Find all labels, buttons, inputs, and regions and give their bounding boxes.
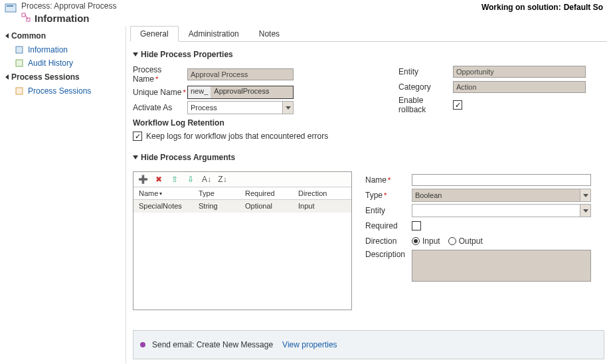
unique-name-value: ApprovalProcess — [211, 86, 293, 98]
col-name-header[interactable]: Name▾ — [133, 187, 193, 199]
argument-row[interactable]: SpecialNotes String Optional Input — [133, 200, 351, 213]
label-workflow-log-retention: Workflow Log Retention — [133, 118, 345, 128]
checkbox-arg-required[interactable] — [412, 221, 421, 230]
radio-label-input: Input — [422, 236, 440, 246]
step-text: Send email: Create New Message — [152, 340, 273, 349]
label-arg-type: Type* — [365, 191, 412, 200]
process-icon — [4, 1, 17, 15]
sidebar-section-process-sessions[interactable]: Process Sessions — [0, 70, 126, 84]
svg-rect-2 — [22, 13, 25, 17]
checkbox-keep-logs[interactable] — [133, 132, 142, 141]
step-view-properties-link[interactable]: View properties — [282, 340, 337, 349]
label-arg-required: Required — [365, 221, 412, 230]
field-process-name[interactable]: Approval Process — [187, 68, 294, 80]
tab-general[interactable]: General — [130, 26, 179, 42]
arguments-grid-header: Name▾ Type Required Direction — [133, 187, 351, 200]
section-process-arguments[interactable]: Hide Process Arguments — [133, 151, 604, 166]
dropdown-icon — [282, 102, 293, 114]
label-activate-as: Activate As — [133, 103, 187, 112]
step-bullet-icon — [140, 342, 145, 347]
tab-administration[interactable]: Administration — [179, 26, 249, 42]
process-breadcrumb: Process: Approval Process — [21, 1, 116, 12]
sidebar: Common Information Audit History Process… — [0, 26, 126, 363]
label-category: Category — [398, 82, 453, 92]
sidebar-item-audit-history[interactable]: Audit History — [0, 56, 126, 70]
label-unique-name: Unique Name* — [133, 88, 187, 97]
move-down-button[interactable]: ⇩ — [185, 174, 196, 185]
tab-notes[interactable]: Notes — [249, 26, 290, 42]
col-type-header[interactable]: Type — [193, 187, 240, 199]
solution-info: Working on solution: Default So — [481, 1, 603, 12]
sidebar-section-common[interactable]: Common — [0, 29, 126, 43]
delete-argument-button[interactable]: ✖ — [153, 174, 164, 185]
unique-name-prefix: new_ — [188, 86, 211, 98]
dropdown-icon — [580, 189, 590, 201]
field-unique-name[interactable]: new_ ApprovalProcess — [187, 86, 294, 99]
add-argument-button[interactable]: ➕ — [137, 174, 148, 185]
audit-icon — [15, 58, 24, 68]
svg-rect-5 — [16, 46, 23, 53]
window-header: Process: Approval Process Information Wo… — [0, 0, 607, 26]
svg-rect-7 — [16, 88, 23, 94]
dropdown-icon — [580, 205, 590, 217]
arguments-grid: ➕ ✖ ⇧ ⇩ A↓ Z↓ Name▾ Type Required Direct… — [133, 171, 352, 310]
col-required-header[interactable]: Required — [240, 187, 293, 199]
label-entity: Entity — [398, 67, 453, 76]
sidebar-item-information[interactable]: Information — [0, 43, 126, 56]
radio-direction-output[interactable] — [448, 237, 456, 245]
field-entity: Opportunity — [453, 66, 586, 78]
col-direction-header[interactable]: Direction — [293, 187, 339, 199]
label-enable-rollback: Enable rollback — [398, 96, 453, 114]
label-arg-description: Description — [365, 250, 412, 259]
svg-rect-1 — [7, 5, 13, 7]
label-arg-entity: Entity — [365, 206, 412, 215]
sort-desc-button[interactable]: Z↓ — [217, 174, 228, 185]
label-process-name: Process Name* — [133, 65, 187, 84]
field-arg-entity[interactable] — [412, 204, 591, 217]
label-arg-direction: Direction — [365, 236, 412, 246]
argument-detail: Name* Type* Boolean Entity Required — [365, 171, 604, 310]
radio-direction-input[interactable] — [412, 237, 420, 245]
label-keep-logs: Keep logs for workflow jobs that encount… — [146, 132, 328, 141]
page-title: Information — [21, 12, 116, 25]
field-activate-as[interactable]: Process — [187, 101, 294, 114]
section-process-properties[interactable]: Hide Process Properties — [133, 48, 604, 63]
sort-indicator-icon: ▾ — [159, 191, 162, 197]
svg-rect-6 — [16, 60, 23, 66]
field-arg-name[interactable] — [412, 174, 591, 186]
field-arg-description[interactable] — [412, 250, 591, 282]
flow-icon — [21, 12, 31, 25]
field-arg-type[interactable]: Boolean — [412, 189, 591, 202]
radio-label-output: Output — [459, 236, 483, 246]
sort-asc-button[interactable]: A↓ — [201, 174, 212, 185]
move-up-button[interactable]: ⇧ — [169, 174, 180, 185]
checkbox-enable-rollback[interactable] — [453, 100, 462, 110]
field-category: Action — [453, 81, 586, 93]
arguments-toolbar: ➕ ✖ ⇧ ⇩ A↓ Z↓ — [133, 172, 351, 187]
information-icon — [15, 45, 24, 54]
header-left: Process: Approval Process Information — [4, 1, 116, 25]
label-arg-name: Name* — [365, 175, 412, 185]
workflow-step[interactable]: Send email: Create New Message View prop… — [133, 330, 604, 359]
sessions-icon — [15, 86, 24, 96]
tabs: General Administration Notes — [130, 26, 607, 42]
svg-rect-0 — [5, 4, 16, 12]
sidebar-item-process-sessions[interactable]: Process Sessions — [0, 84, 126, 98]
